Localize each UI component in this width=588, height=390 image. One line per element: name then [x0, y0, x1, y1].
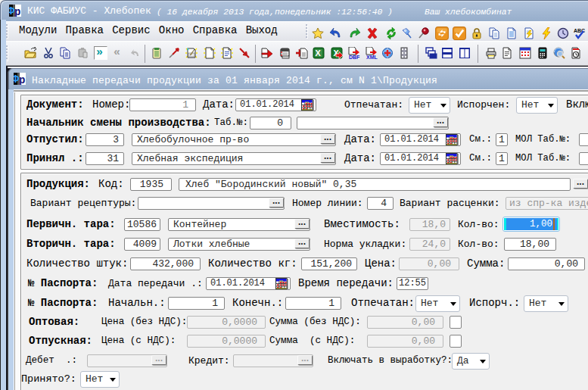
- svg-text:X: X: [316, 48, 322, 58]
- svg-text:p: p: [19, 74, 25, 85]
- svg-text:DBF: DBF: [349, 55, 360, 59]
- svg-text:Ф: Ф: [14, 73, 19, 85]
- svg-text:p: p: [14, 6, 20, 17]
- svg-text:Ф: Ф: [9, 5, 14, 17]
- svg-text:XML: XML: [366, 55, 378, 59]
